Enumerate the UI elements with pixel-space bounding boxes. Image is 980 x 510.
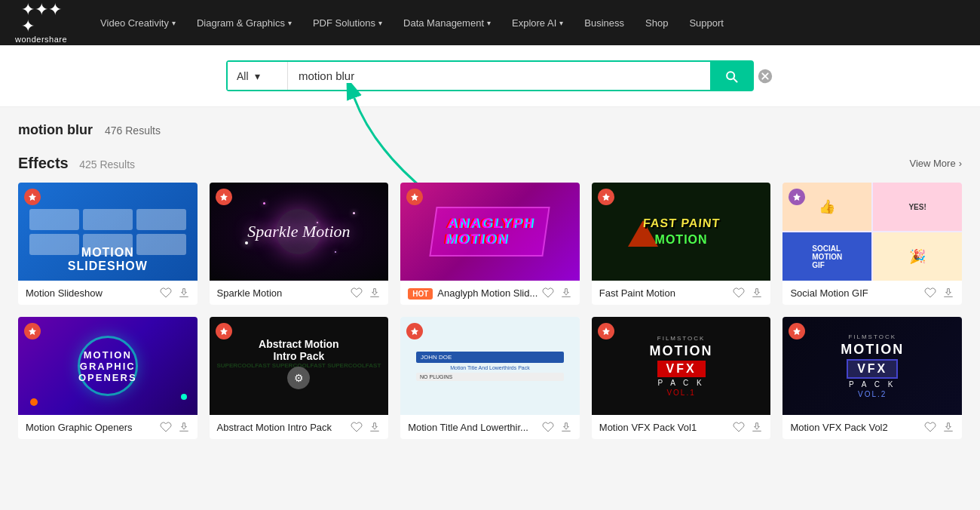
card-label-area: Fast Paint Motion: [592, 281, 771, 305]
close-icon: [757, 68, 773, 84]
heart-icon[interactable]: [351, 287, 363, 299]
search-category-dropdown[interactable]: All ▾: [228, 62, 288, 90]
main-nav: ✦✦✦✦ wondershare Video Creativity ▾ Diag…: [0, 0, 980, 45]
cards-row-2: MOTION GRAPHIC OPENERS Motion Graphic Op…: [18, 317, 962, 439]
brand-logo[interactable]: ✦✦✦✦ wondershare: [15, 2, 67, 44]
chevron-down-icon: ▾: [378, 19, 382, 27]
section-count: 425 Results: [79, 158, 135, 171]
download-icon[interactable]: [942, 421, 954, 433]
card-actions: [351, 421, 381, 433]
heart-icon[interactable]: [351, 421, 363, 433]
nav-data-management[interactable]: Data Management ▾: [393, 0, 501, 45]
card-thumbnail: SUPERCOOLFAST SUPERCOOLFAST SUPERCOOLFAS…: [210, 317, 389, 415]
download-icon[interactable]: [560, 287, 572, 299]
card-title: Motion VFX Pack Vol2: [790, 422, 887, 433]
card-abstract-motion-intro[interactable]: SUPERCOOLFAST SUPERCOOLFAST SUPERCOOLFAS…: [210, 317, 389, 439]
card-motion-vfx-vol2[interactable]: FILMSTOCK MOTION VFX P A C K VOL.2 Motio…: [782, 317, 962, 439]
view-more-button[interactable]: View More ›: [909, 158, 962, 169]
card-label-area: Abstract Motion Intro Pack: [210, 415, 389, 439]
nav-diagram-graphics[interactable]: Diagram & Graphics ▾: [186, 0, 302, 45]
card-motion-slideshow[interactable]: MOTIONSLIDESHOW Motion Slideshow: [18, 183, 198, 305]
svg-marker-6: [793, 193, 801, 201]
search-results-header: motion blur 476 Results: [18, 122, 962, 138]
card-label-area: Motion Slideshow: [18, 281, 198, 305]
card-actions: [542, 421, 572, 433]
hot-badge: HOT: [408, 288, 433, 300]
card-anaglyph-motion[interactable]: ANAGLYPHMOTION HOTAnaglyph Motion Slid..…: [400, 183, 580, 305]
card-actions: [924, 421, 954, 433]
heart-icon[interactable]: [160, 287, 172, 299]
download-icon[interactable]: [751, 421, 763, 433]
section-header: Effects 425 Results View More ›: [18, 155, 962, 172]
card-sparkle-motion[interactable]: Sparkle Motion Sparkle Motion: [210, 183, 389, 305]
chevron-down-icon: ▾: [255, 70, 260, 82]
heart-icon[interactable]: [924, 421, 936, 433]
card-thumbnail: FILMSTOCK MOTION VFX P A C K VOL.1: [592, 317, 771, 415]
card-motion-title-lowerthirds[interactable]: JOHN DOE Motion Title And Lowerthirds Pa…: [400, 317, 580, 439]
card-title: Sparkle Motion: [217, 287, 283, 299]
download-icon[interactable]: [369, 287, 381, 299]
download-icon[interactable]: [942, 287, 954, 299]
card-title: Motion VFX Pack Vol1: [599, 422, 697, 433]
heart-icon[interactable]: [924, 287, 936, 299]
search-input[interactable]: [288, 62, 710, 90]
section-title: Effects: [18, 155, 69, 171]
card-thumbnail: FAST PAINT MOTION: [592, 183, 771, 281]
nav-business[interactable]: Business: [574, 0, 635, 45]
chevron-down-icon: ▾: [487, 19, 491, 27]
card-label-area: Motion VFX Pack Vol2: [782, 415, 962, 439]
download-icon[interactable]: [178, 287, 190, 299]
effects-section: Effects 425 Results View More ›: [18, 155, 962, 439]
card-thumbnail: FILMSTOCK MOTION VFX P A C K VOL.2: [782, 317, 962, 415]
card-title: Motion Slideshow: [26, 287, 103, 299]
card-label-area: Social Motion GIF: [782, 281, 962, 305]
card-actions: [351, 287, 381, 299]
search-icon: [724, 69, 739, 84]
download-icon[interactable]: [751, 287, 763, 299]
logo-text: wondershare: [15, 35, 67, 44]
chevron-down-icon: ▾: [172, 19, 176, 27]
nav-pdf-solutions[interactable]: PDF Solutions ▾: [302, 0, 393, 45]
card-actions: [924, 287, 954, 299]
card-actions: [160, 421, 190, 433]
card-actions: [733, 421, 763, 433]
card-thumbnail: 👍 YES! SOCIALMOTIONGIF 🎉: [782, 183, 962, 281]
chevron-down-icon: ▾: [559, 19, 563, 27]
download-icon[interactable]: [178, 421, 190, 433]
search-bar: All ▾: [226, 60, 754, 91]
card-actions: [542, 287, 572, 299]
nav-shop[interactable]: Shop: [635, 0, 678, 45]
card-thumbnail: JOHN DOE Motion Title And Lowerthirds Pa…: [400, 317, 580, 415]
heart-icon[interactable]: [733, 421, 745, 433]
card-thumbnail: MOTIONSLIDESHOW: [18, 183, 198, 281]
heart-icon[interactable]: [160, 421, 172, 433]
card-actions: [733, 287, 763, 299]
card-label-area: Motion Graphic Openers: [18, 415, 198, 439]
heart-icon[interactable]: [542, 287, 554, 299]
results-count: 476 Results: [105, 124, 161, 137]
download-icon[interactable]: [560, 421, 572, 433]
card-label-area: HOTAnaglyph Motion Slid...: [400, 281, 580, 305]
card-thumbnail: Sparkle Motion: [210, 183, 389, 281]
card-fast-paint-motion[interactable]: FAST PAINT MOTION Fast Paint Motion: [592, 183, 771, 305]
search-clear-button[interactable]: [751, 68, 779, 84]
card-title: Motion Title And Lowerthir...: [408, 422, 528, 433]
card-title: Abstract Motion Intro Pack: [217, 422, 332, 433]
heart-icon[interactable]: [733, 287, 745, 299]
search-area: All ▾: [0, 45, 980, 107]
heart-icon[interactable]: [542, 421, 554, 433]
card-title: HOTAnaglyph Motion Slid...: [408, 287, 537, 299]
search-button[interactable]: [710, 62, 752, 90]
main-content: motion blur 476 Results Effects 425 Resu…: [0, 107, 980, 477]
nav-support[interactable]: Support: [678, 0, 734, 45]
nav-explore-ai[interactable]: Explore AI ▾: [501, 0, 574, 45]
card-label-area: Motion VFX Pack Vol1: [592, 415, 771, 439]
card-motion-vfx-vol1[interactable]: FILMSTOCK MOTION VFX P A C K VOL.1 Motio…: [592, 317, 771, 439]
download-icon[interactable]: [369, 421, 381, 433]
nav-video-creativity[interactable]: Video Creativity ▾: [90, 0, 186, 45]
logo-icon: ✦✦✦✦: [21, 2, 62, 35]
card-social-motion-gif[interactable]: 👍 YES! SOCIALMOTIONGIF 🎉 Social Motion G…: [782, 183, 962, 305]
search-query-label: motion blur: [18, 122, 93, 138]
card-motion-graphic-openers[interactable]: MOTION GRAPHIC OPENERS Motion Graphic Op…: [18, 317, 198, 439]
cards-row-1: MOTIONSLIDESHOW Motion Slideshow: [18, 183, 962, 305]
